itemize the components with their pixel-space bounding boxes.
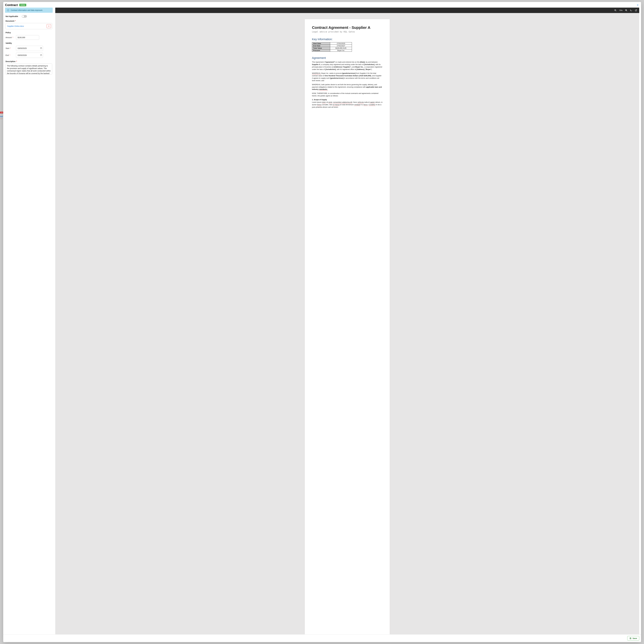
zoom-out-icon <box>614 9 617 11</box>
zoom-in-icon <box>625 9 627 11</box>
amount-label: Amount * <box>6 36 14 39</box>
open-external-button[interactable] <box>635 9 637 11</box>
document-preview: Contract Agreement - Supplier A Legal ad… <box>305 19 390 634</box>
save-button-label: Save <box>633 637 637 639</box>
agreement-heading: Agreement <box>312 56 383 60</box>
calendar-icon[interactable] <box>40 47 42 49</box>
keyinfo-heading: Key Information: <box>312 38 383 41</box>
contract-modal: Contract Active i Contract information a… <box>3 2 641 642</box>
start-label: Start * <box>6 47 14 49</box>
doc-title: Contract Agreement - Supplier A <box>312 25 383 30</box>
svg-rect-1 <box>40 54 42 56</box>
doc-paragraph: WHEREAS, Buyer Inc. seeks to procure [go… <box>312 72 383 82</box>
table-row: Total Value$100,000 AUD <box>312 47 352 49</box>
modal-header: Contract Active <box>3 2 641 8</box>
doc-paragraph: WHEREAS, both parties desire to set fort… <box>312 83 383 91</box>
preview-scroll[interactable]: Contract Agreement - Supplier A Legal ad… <box>55 13 639 634</box>
amount-input[interactable] <box>16 35 39 40</box>
svg-rect-5 <box>630 638 631 639</box>
document-file-box: Supplier-Online.docx <box>6 23 52 29</box>
info-banner: i Contract information and data exposure… <box>5 8 53 13</box>
start-date-input[interactable] <box>18 47 40 49</box>
table-row: End Date27/02/2027 <box>312 45 352 47</box>
keyinfo-table: Start Date27/02/2025 End Date27/02/2027 … <box>312 42 352 52</box>
modal-footer: Save <box>3 634 641 642</box>
document-file-link[interactable]: Supplier-Online.docx <box>7 25 24 27</box>
not-applicable-toggle[interactable] <box>22 15 27 18</box>
end-date-input[interactable] <box>18 54 40 56</box>
close-button[interactable] <box>636 3 639 7</box>
calendar-icon[interactable] <box>40 54 42 56</box>
end-label: End * <box>6 54 14 56</box>
info-banner-text: Contract information and data exposure. <box>11 9 43 11</box>
doc-subtitle: Legal advice provided by K&L Gates <box>312 31 383 33</box>
document-remove-button[interactable] <box>47 24 51 28</box>
preview-panel: 75% Contract Agreement - Supplier A Lega… <box>55 8 639 634</box>
undo-icon <box>630 9 632 11</box>
table-row: Start Date27/02/2025 <box>312 42 352 45</box>
policy-heading: Policy <box>6 32 52 34</box>
end-date-field[interactable] <box>16 53 43 58</box>
zoom-out-button[interactable] <box>614 9 617 11</box>
doc-paragraph: This Agreement ("Agreement") is made and… <box>312 61 383 71</box>
status-badge: Active <box>19 4 26 6</box>
validity-heading: Validity <box>6 42 52 44</box>
scope-heading: 1. Scope of Supply <box>312 99 383 101</box>
svg-rect-4 <box>630 638 631 638</box>
document-label: Document * <box>6 20 52 22</box>
description-textarea[interactable] <box>6 63 52 75</box>
description-label: Description * <box>6 60 52 62</box>
svg-rect-0 <box>40 48 42 49</box>
doc-paragraph: Lorem ipsum dolor sit amet, consectetur … <box>312 101 383 108</box>
not-applicable-label: Not Applicable <box>6 15 18 17</box>
start-date-field[interactable] <box>16 46 43 51</box>
zoom-level: 75% <box>619 9 622 11</box>
doc-paragraph: NOW, THEREFORE, in consideration of the … <box>312 92 383 97</box>
preview-toolbar: 75% <box>55 8 639 13</box>
close-icon <box>637 4 639 6</box>
save-icon <box>629 637 632 639</box>
external-link-icon <box>635 9 637 11</box>
save-button[interactable]: Save <box>627 636 639 641</box>
remove-icon <box>48 25 50 27</box>
page-title: Contract <box>5 3 18 7</box>
reset-button[interactable] <box>630 9 632 11</box>
zoom-in-button[interactable] <box>625 9 627 11</box>
table-row: ProcurerBuyer Inc <box>312 49 352 52</box>
form-panel: i Contract information and data exposure… <box>5 8 53 634</box>
info-icon: i <box>7 9 9 11</box>
